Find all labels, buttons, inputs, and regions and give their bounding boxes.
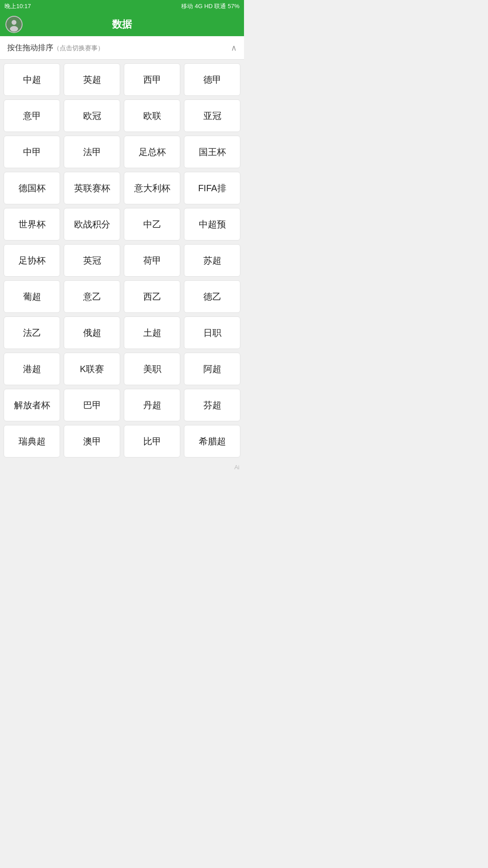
league-item-puchao[interactable]: 葡超 [4, 280, 60, 313]
league-item-hejia[interactable]: 荷甲 [124, 244, 180, 277]
status-icons: 移动 4G HD 联通 57% [181, 2, 239, 10]
section-header-text: 按住拖动排序（点击切换赛事） [7, 42, 104, 53]
league-grid: 中超英超西甲德甲意甲欧冠欧联亚冠中甲法甲足总杯国王杯德国杯英联赛杯意大利杯FIF… [0, 60, 244, 461]
league-item-kliansai[interactable]: K联赛 [64, 353, 120, 385]
league-item-yinglianbei[interactable]: 英联赛杯 [64, 172, 120, 204]
league-item-dejia[interactable]: 德甲 [184, 63, 240, 96]
status-time: 晚上10:17 [5, 2, 31, 10]
league-item-gangchao[interactable]: 港超 [4, 353, 60, 385]
league-item-zhongyi[interactable]: 中乙 [124, 208, 180, 241]
league-item-zhongjia[interactable]: 中甲 [4, 136, 60, 168]
league-item-guowangbei[interactable]: 国王杯 [184, 136, 240, 168]
league-item-yidalianbei[interactable]: 意大利杯 [124, 172, 180, 204]
league-item-zhongchaoyub[interactable]: 中超预 [184, 208, 240, 241]
league-item-tuchao[interactable]: 土超 [124, 316, 180, 349]
league-item-zuxiebei[interactable]: 足协杯 [4, 244, 60, 277]
section-header-main: 按住拖动排序 [7, 43, 53, 52]
league-item-echao[interactable]: 俄超 [64, 316, 120, 349]
league-item-ouzhanjifen[interactable]: 欧战积分 [64, 208, 120, 241]
watermark: Ai [0, 461, 244, 473]
league-item-bijia[interactable]: 比甲 [124, 425, 180, 458]
league-item-aojia[interactable]: 澳甲 [64, 425, 120, 458]
section-header-note: （点击切换赛事） [53, 44, 104, 52]
league-item-danchao[interactable]: 丹超 [124, 389, 180, 421]
league-item-ruidianichao[interactable]: 瑞典超 [4, 425, 60, 458]
collapse-button[interactable]: ∧ [231, 43, 237, 53]
league-item-yingguan[interactable]: 英冠 [64, 244, 120, 277]
league-item-yiyi[interactable]: 意乙 [64, 280, 120, 313]
league-item-deguobei[interactable]: 德国杯 [4, 172, 60, 204]
league-item-yijia[interactable]: 意甲 [4, 99, 60, 132]
league-item-yaguan[interactable]: 亚冠 [184, 99, 240, 132]
svg-point-2 [10, 26, 18, 32]
section-header[interactable]: 按住拖动排序（点击切换赛事） ∧ [0, 36, 244, 60]
league-item-zhongchao[interactable]: 中超 [4, 63, 60, 96]
league-item-meizhi[interactable]: 美职 [124, 353, 180, 385]
league-item-ouguan[interactable]: 欧冠 [64, 99, 120, 132]
league-item-xilachao[interactable]: 希腊超 [184, 425, 240, 458]
league-item-jiefangzhibei[interactable]: 解放者杯 [4, 389, 60, 421]
league-item-fenchao[interactable]: 芬超 [184, 389, 240, 421]
avatar[interactable] [5, 16, 23, 33]
page-title: 数据 [112, 18, 132, 31]
league-item-achao[interactable]: 阿超 [184, 353, 240, 385]
league-item-bajia[interactable]: 巴甲 [64, 389, 120, 421]
league-item-deyi[interactable]: 德乙 [184, 280, 240, 313]
league-item-fifapai[interactable]: FIFA排 [184, 172, 240, 204]
league-item-fayi[interactable]: 法乙 [4, 316, 60, 349]
league-item-xijia[interactable]: 西甲 [124, 63, 180, 96]
league-item-rizhi[interactable]: 日职 [184, 316, 240, 349]
league-item-xiyi[interactable]: 西乙 [124, 280, 180, 313]
nav-bar: 数据 [0, 13, 244, 36]
league-item-shijieibei[interactable]: 世界杯 [4, 208, 60, 241]
league-item-oulian[interactable]: 欧联 [124, 99, 180, 132]
status-bar: 晚上10:17 移动 4G HD 联通 57% [0, 0, 244, 13]
league-item-yingchao[interactable]: 英超 [64, 63, 120, 96]
league-item-zuzonbei[interactable]: 足总杯 [124, 136, 180, 168]
league-item-suchao[interactable]: 苏超 [184, 244, 240, 277]
svg-point-1 [12, 20, 17, 25]
league-item-fajia[interactable]: 法甲 [64, 136, 120, 168]
